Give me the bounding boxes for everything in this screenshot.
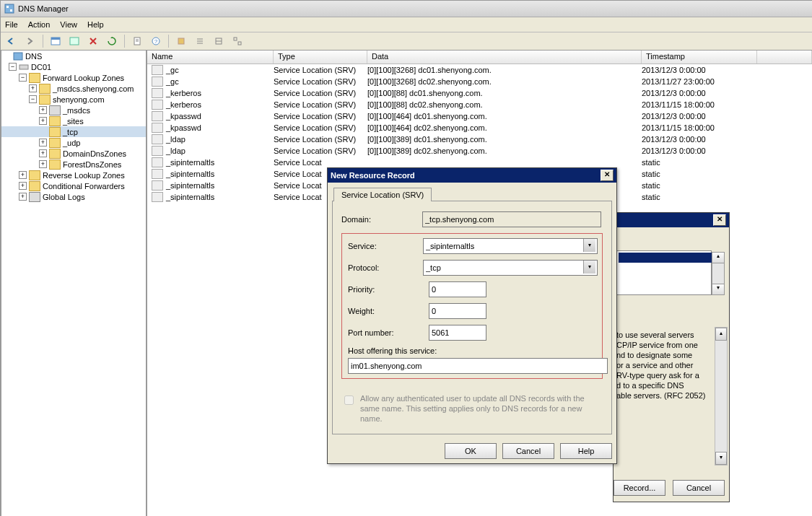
dialog-body: Domain: Service: ▾ Protocol: ▾ Priority:…: [332, 201, 612, 434]
create-record-button[interactable]: Record...: [614, 480, 665, 496]
tree-root-dns[interactable]: DNS: [1, 51, 146, 61]
new-resource-record-dialog: New Resource Record ✕ Service Location (…: [327, 167, 617, 464]
cell-timestamp: 2013/12/3 0:00:00: [642, 147, 757, 155]
close-icon[interactable]: ✕: [601, 170, 614, 181]
row-service: Service: ▾: [348, 238, 596, 254]
host-field[interactable]: [348, 358, 608, 374]
record-icon: [152, 169, 163, 179]
chevron-down-icon[interactable]: ▾: [583, 261, 595, 274]
cell-type: Service Location (SRV): [274, 89, 367, 97]
menu-view[interactable]: View: [60, 20, 77, 29]
svg-rect-1: [6, 6, 9, 8]
table-row[interactable]: _kpasswdService Location (SRV)[0][100][4…: [147, 110, 812, 122]
record-icon: [152, 65, 163, 75]
bg-dialog-titlebar: ✕: [614, 213, 729, 227]
dialog-titlebar[interactable]: New Resource Record ✕: [328, 168, 616, 183]
bg-desc-scrollbar[interactable]: ▴ ▾: [715, 327, 728, 465]
table-row[interactable]: _gcService Location (SRV)[0][100][3268] …: [147, 76, 812, 87]
col-data[interactable]: Data: [367, 51, 642, 64]
list-header[interactable]: Name Type Data Timestamp: [147, 51, 812, 64]
chevron-down-icon[interactable]: ▾: [583, 239, 595, 252]
bg-listbox-scrollbar[interactable]: ▴ ▾: [712, 252, 725, 295]
cell-data: [0][100][3268] dc01.shenyong.com.: [367, 66, 642, 74]
tree-tcp[interactable]: _tcp: [1, 126, 146, 137]
scroll-up-icon[interactable]: ▴: [715, 328, 727, 341]
protocol-field[interactable]: [423, 260, 598, 276]
bg-selected-row[interactable]: [619, 253, 712, 263]
tree-domaindnszones[interactable]: +DomainDnsZones: [1, 148, 146, 159]
filter-icon[interactable]: [173, 33, 189, 49]
tree-gl[interactable]: +Global Logs: [1, 191, 146, 202]
menu-help[interactable]: Help: [87, 20, 104, 29]
cell-timestamp: 2013/12/3 0:00:00: [642, 66, 757, 74]
svg-rect-18: [238, 42, 241, 45]
cell-name: _kerberos: [166, 100, 201, 109]
cell-data: [0][100][389] dc01.shenyong.com.: [367, 135, 642, 144]
cell-type: Service Location (SRV): [274, 100, 367, 109]
toolbar-separator: [124, 35, 125, 48]
priority-field[interactable]: [429, 281, 486, 297]
service-field[interactable]: [423, 238, 598, 254]
table-row[interactable]: _kpasswdService Location (SRV)[0][100][4…: [147, 122, 812, 134]
detail-icon[interactable]: [211, 33, 227, 49]
cell-name: _sipinternaltls: [166, 158, 214, 167]
scroll-down-icon[interactable]: ▾: [712, 284, 724, 294]
tree-msdcs-zone[interactable]: +_msdcs.shenyong.com: [1, 83, 146, 94]
help-button[interactable]: Help: [560, 443, 612, 459]
bg-cancel-button[interactable]: Cancel: [673, 480, 725, 496]
scroll-up-icon[interactable]: ▴: [712, 253, 724, 263]
cell-type: Service Location (SRV): [274, 77, 367, 86]
tree-forestdnszones[interactable]: +ForestDnsZones: [1, 159, 146, 170]
tab-srv[interactable]: Service Location (SRV): [333, 188, 432, 201]
toolbar-separator: [168, 35, 169, 48]
table-row[interactable]: _ldapService Location (SRV)[0][100][389]…: [147, 134, 812, 145]
table-row[interactable]: _sipinternaltlsService Locatstatic: [147, 157, 812, 168]
ok-button[interactable]: OK: [445, 443, 497, 459]
tree-rlz[interactable]: +Reverse Lookup Zones: [1, 170, 146, 180]
scroll-down-icon[interactable]: ▾: [715, 452, 727, 465]
tree-flz[interactable]: −Forward Lookup Zones: [1, 72, 146, 83]
console-tree-icon[interactable]: [66, 33, 82, 49]
menu-action[interactable]: Action: [28, 20, 51, 29]
forward-button[interactable]: [22, 33, 38, 49]
help-icon[interactable]: ?: [148, 33, 164, 49]
tree-zone[interactable]: −shenyong.com: [1, 94, 146, 105]
col-type[interactable]: Type: [274, 51, 367, 64]
svg-text:?: ?: [154, 38, 158, 45]
refresh-icon[interactable]: [104, 33, 120, 49]
toolbar: ?: [1, 32, 812, 51]
table-row[interactable]: _ldapService Location (SRV)[0][100][389]…: [147, 145, 812, 157]
cell-timestamp: 2013/12/3 0:00:00: [642, 135, 757, 144]
table-row[interactable]: _kerberosService Location (SRV)[0][100][…: [147, 99, 812, 110]
label-service: Service:: [348, 242, 423, 250]
table-row[interactable]: _kerberosService Location (SRV)[0][100][…: [147, 87, 812, 99]
table-row[interactable]: _gcService Location (SRV)[0][100][3268] …: [147, 64, 812, 76]
menu-file[interactable]: File: [5, 20, 18, 29]
col-timestamp[interactable]: Timestamp: [642, 51, 757, 64]
bg-listbox[interactable]: [616, 250, 712, 295]
col-name[interactable]: Name: [147, 51, 274, 64]
list-icon[interactable]: [192, 33, 208, 49]
cancel-button[interactable]: Cancel: [502, 443, 554, 459]
tree-cf[interactable]: +Conditional Forwarders: [1, 180, 146, 191]
cell-name: _gc: [166, 66, 179, 74]
new-window-icon[interactable]: [48, 33, 64, 49]
properties-icon[interactable]: [129, 33, 145, 49]
record-icon: [152, 180, 163, 191]
close-icon[interactable]: ✕: [713, 214, 726, 226]
tree-server[interactable]: − DC01: [1, 61, 146, 72]
arrange-icon[interactable]: [230, 33, 245, 49]
delete-icon[interactable]: [85, 33, 101, 49]
toolbar-separator: [43, 35, 43, 48]
service-combo[interactable]: ▾: [423, 238, 596, 254]
scope-tree[interactable]: DNS − DC01 −Forward Lookup Zones +_msdcs…: [1, 50, 147, 516]
back-button[interactable]: [4, 33, 19, 49]
tree-udp[interactable]: +_udp: [1, 137, 146, 148]
label-host: Host offering this service:: [348, 346, 596, 355]
tree-sites[interactable]: +_sites: [1, 115, 146, 126]
port-field[interactable]: [429, 325, 486, 341]
tree-msdcs[interactable]: +_msdcs: [1, 105, 146, 115]
protocol-combo[interactable]: ▾: [423, 260, 596, 276]
record-icon: [152, 100, 163, 110]
weight-field[interactable]: [429, 303, 486, 319]
